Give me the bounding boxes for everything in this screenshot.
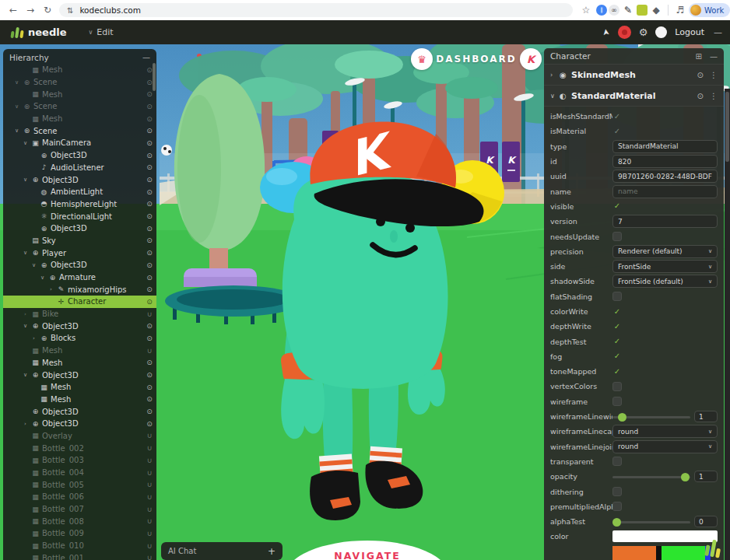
hierarchy-item-Bottle_001[interactable]: ▦Bottle_001∪ xyxy=(3,552,156,560)
input-id[interactable]: 820 xyxy=(612,155,718,168)
select-shadowSide[interactable]: FrontSide (default)∨ xyxy=(612,275,718,288)
chevron-down-icon[interactable]: ∨ xyxy=(22,323,29,329)
chevron-down-icon[interactable]: ∨ xyxy=(13,103,20,110)
hierarchy-item-Object3D[interactable]: ∨⊕Object3D⊙ xyxy=(3,173,156,186)
eye-open-icon[interactable]: ⊙ xyxy=(142,334,156,342)
ai-chat-add-button[interactable]: + xyxy=(268,546,276,557)
input-uuid[interactable]: 9B701260-0282-448D-BDFB-CE1326 xyxy=(612,170,718,183)
hierarchy-item-Object3D[interactable]: ∨⊕Object3D⊙ xyxy=(3,320,156,332)
hierarchy-item-Mesh[interactable]: ▦Mesh∪ xyxy=(3,345,156,357)
hierarchy-item-Object3D[interactable]: ›⊕Object3D⊙ xyxy=(3,418,156,430)
eye-open-icon[interactable]: ⊙ xyxy=(142,274,156,282)
hierarchy-item-Blocks[interactable]: ›⊕Blocks⊙ xyxy=(3,332,156,345)
select-wireframeLinejoin[interactable]: round∨ xyxy=(612,440,718,453)
eye-open-icon[interactable]: ⊙ xyxy=(697,71,704,79)
eye-closed-icon[interactable]: ∪ xyxy=(142,542,156,550)
eye-closed-icon[interactable]: ∪ xyxy=(142,444,156,452)
k-badge-button[interactable]: K xyxy=(520,48,542,70)
hierarchy-item-Bottle_004[interactable]: ▦Bottle_004∪ xyxy=(3,467,156,479)
slider-value-alphaTest[interactable]: 0 xyxy=(694,516,718,527)
hierarchy-item-Object3D[interactable]: ⊕Object3D⊙ xyxy=(3,149,156,162)
hierarchy-item-Object3D[interactable]: ∨⊕Object3D⊙ xyxy=(3,369,156,381)
hierarchy-item-Bottle_006[interactable]: ▦Bottle_006∪ xyxy=(3,491,156,503)
chevron-down-icon[interactable]: ∨ xyxy=(39,275,46,281)
eye-open-icon[interactable]: ⊙ xyxy=(142,127,156,135)
eye-open-icon[interactable]: ⊙ xyxy=(142,200,156,208)
eye-open-icon[interactable]: ⊙ xyxy=(142,359,156,366)
eye-closed-icon[interactable]: ∪ xyxy=(142,310,156,318)
eye-open-icon[interactable]: ⊙ xyxy=(142,225,156,233)
checkbox-depthWrite[interactable]: ✓ xyxy=(612,322,622,331)
toolbar-minimize-icon[interactable]: — xyxy=(714,27,722,37)
hierarchy-item-Mesh[interactable]: ▦Mesh⊙ xyxy=(3,113,156,125)
slider-wireframeLinewidth[interactable] xyxy=(612,412,690,422)
hierarchy-item-Mesh[interactable]: ▦Mesh⊙ xyxy=(3,357,156,369)
eye-closed-icon[interactable]: ∪ xyxy=(142,481,156,488)
input-type[interactable]: StandardMaterial xyxy=(612,140,718,153)
hierarchy-item-Bottle_010[interactable]: ▦Bottle_010∪ xyxy=(3,540,156,552)
kebab-menu-icon[interactable]: ⋮ xyxy=(710,71,718,79)
eye-open-icon[interactable]: ⊙ xyxy=(142,103,156,110)
hierarchy-item-Scene[interactable]: ∨⊛Scene⊙ xyxy=(3,124,156,137)
eye-open-icon[interactable]: ⊙ xyxy=(142,371,156,379)
chevron-down-icon[interactable]: ∨ xyxy=(30,262,37,268)
hierarchy-item-Overlay[interactable]: ▦Overlay∪ xyxy=(3,430,156,443)
url-bar[interactable]: ⇅ kodeclubs.com xyxy=(59,3,573,17)
soccer-ball[interactable] xyxy=(161,145,172,156)
checkbox-wireframe[interactable] xyxy=(612,397,622,406)
hierarchy-scrollbar[interactable] xyxy=(153,63,156,91)
hierarchy-item-Player[interactable]: ∨⊕Player⊙ xyxy=(3,247,156,259)
eye-open-icon[interactable]: ⊙ xyxy=(142,163,156,171)
page-scrollbar[interactable] xyxy=(725,89,730,560)
chevron-down-icon[interactable]: ∨ xyxy=(550,93,560,100)
hierarchy-item-Bottle_009[interactable]: ▦Bottle_009∪ xyxy=(3,527,156,540)
checkbox-depthTest[interactable]: ✓ xyxy=(612,337,622,346)
hierarchy-item-Armature[interactable]: ∨⊕Armature⊙ xyxy=(3,271,156,284)
chevron-right-icon[interactable]: › xyxy=(550,72,560,79)
popout-icon[interactable]: ⊞ xyxy=(696,52,702,61)
eye-closed-icon[interactable]: ∪ xyxy=(142,554,156,560)
hierarchy-item-Object3D[interactable]: ⊕Object3D⊙ xyxy=(3,405,156,418)
checkbox-flatShading[interactable] xyxy=(612,292,622,301)
eye-open-icon[interactable]: ⊙ xyxy=(142,395,156,403)
checkbox-vertexColors[interactable] xyxy=(612,382,622,391)
checkbox-fog[interactable]: ✓ xyxy=(612,352,622,361)
eye-closed-icon[interactable]: ∪ xyxy=(142,493,156,501)
checkbox-isMaterial[interactable]: ✓ xyxy=(612,127,622,136)
edit-menu[interactable]: ∨ Edit xyxy=(88,27,113,37)
hierarchy-item-Sky[interactable]: ▤Sky⊙ xyxy=(3,235,156,247)
eye-closed-icon[interactable]: ∪ xyxy=(142,432,156,439)
settings-gear-icon[interactable]: ⚙ xyxy=(639,26,648,38)
hierarchy-item-Object3D[interactable]: ⊕Object3D⊙ xyxy=(3,222,156,235)
scrollbar-thumb[interactable] xyxy=(725,92,729,162)
eye-open-icon[interactable]: ⊙ xyxy=(142,285,156,293)
slider-opacity[interactable] xyxy=(612,472,690,481)
slider-value-opacity[interactable]: 1 xyxy=(694,471,718,482)
eye-open-icon[interactable]: ⊙ xyxy=(142,139,156,147)
eye-closed-icon[interactable]: ∪ xyxy=(142,517,156,525)
hierarchy-item-Mesh[interactable]: ▦Mesh⊙ xyxy=(3,64,156,76)
planter-base[interactable] xyxy=(184,268,257,287)
extension-green-icon[interactable] xyxy=(637,5,648,16)
chevron-right-icon[interactable]: › xyxy=(47,286,54,292)
ai-chat-panel[interactable]: AI Chat + xyxy=(161,542,283,560)
eye-open-icon[interactable]: ⊙ xyxy=(142,420,156,428)
input-name[interactable]: name xyxy=(612,185,718,198)
eye-open-icon[interactable]: ⊙ xyxy=(142,212,156,220)
component-standardmaterial[interactable]: ∨ ◐ StandardMaterial ⊙ ⋮ xyxy=(544,85,724,107)
media-controls-icon[interactable]: ♬ xyxy=(673,5,687,16)
hierarchy-item-HemisphereLight[interactable]: ◓HemisphereLight⊙ xyxy=(3,198,156,211)
cursor-tool-icon[interactable]: ➤ xyxy=(601,28,612,37)
chevron-down-icon[interactable]: ∨ xyxy=(13,128,20,134)
hierarchy-item-Mesh[interactable]: ▦Mesh⊙ xyxy=(3,394,156,406)
hierarchy-item-Bottle_003[interactable]: ▦Bottle_003∪ xyxy=(3,454,156,467)
needle-logo-icon[interactable] xyxy=(11,27,23,38)
eye-closed-icon[interactable]: ∪ xyxy=(142,506,156,513)
hierarchy-minimize-icon[interactable]: — xyxy=(142,53,150,61)
select-wireframeLinecap[interactable]: round∨ xyxy=(612,425,718,438)
extension-loop-icon[interactable]: ∞ xyxy=(609,5,619,16)
chevron-down-icon[interactable]: ∨ xyxy=(22,372,29,378)
hierarchy-item-Bottle_007[interactable]: ▦Bottle_007∪ xyxy=(3,503,156,516)
slider-handle[interactable] xyxy=(681,473,690,481)
profile-chip[interactable]: Work xyxy=(689,3,730,17)
